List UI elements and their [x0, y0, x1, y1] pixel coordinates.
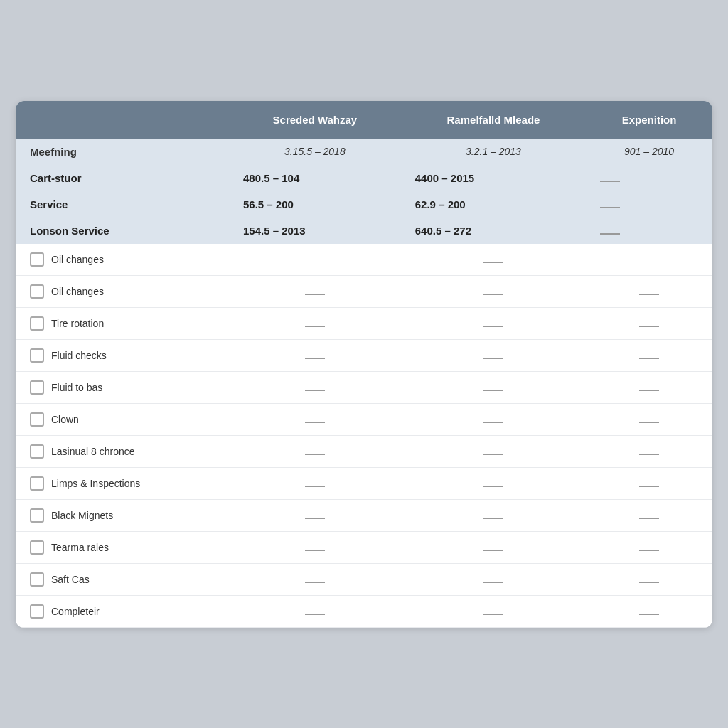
dash-icon [639, 422, 659, 423]
section-label: Lonson Service [16, 218, 229, 244]
checkbox-text: Lasinual 8 chronce [51, 446, 135, 457]
checkbox-row: Saft Cas [16, 563, 712, 595]
cell-dash [229, 403, 401, 435]
dash-icon [305, 294, 325, 295]
cell-dash [586, 307, 712, 339]
dash-icon [483, 422, 503, 423]
cell-dash [586, 467, 712, 499]
col-header-1 [16, 101, 229, 139]
cell-dash [401, 595, 586, 627]
checkbox[interactable] [30, 348, 44, 363]
checkbox[interactable] [30, 508, 44, 523]
dash-icon [639, 326, 659, 327]
checkbox-text: Completeir [51, 606, 100, 617]
section-col3: 62.9 – 200 [401, 191, 586, 218]
dash-icon [600, 181, 620, 182]
cell-dash [401, 531, 586, 563]
col-header-2: Screded Wahzay [229, 101, 401, 139]
dash-icon [639, 294, 659, 295]
checkbox[interactable] [30, 284, 44, 299]
checkbox-label-cell: Fluid checks [16, 339, 229, 371]
meefning-label: Meefning [16, 139, 229, 165]
checkbox-row: Limps & Inspections [16, 467, 712, 499]
dash-icon [639, 486, 659, 487]
checkbox-text: Tearma rales [51, 542, 109, 553]
dash-icon [305, 550, 325, 551]
dash-icon [305, 518, 325, 519]
dash-icon [305, 486, 325, 487]
cell-dash [229, 339, 401, 371]
checkbox-text: Oil changes [51, 254, 104, 265]
checkbox[interactable] [30, 380, 44, 395]
checkbox-text: Limps & Inspections [51, 478, 140, 489]
cell-dash [586, 531, 712, 563]
checkbox-row: Lasinual 8 chronce [16, 435, 712, 467]
checkbox-label-cell: Saft Cas [16, 563, 229, 595]
section-col2: 154.5 – 2013 [229, 218, 401, 244]
dash-icon [639, 358, 659, 359]
col-header-3: Ramelfalld Mleade [401, 101, 586, 139]
checkbox[interactable] [30, 572, 44, 587]
checkbox-label-cell: Tearma rales [16, 531, 229, 563]
checkbox[interactable] [30, 412, 44, 427]
dash-icon [305, 582, 325, 583]
dash-icon [639, 390, 659, 391]
checkbox-text: Clown [51, 414, 79, 425]
checkbox-row: Clown [16, 403, 712, 435]
dash-icon [639, 550, 659, 551]
cell-dash [229, 307, 401, 339]
checkbox-text: Oil changes [51, 286, 104, 297]
meefning-col4: 901 – 2010 [586, 139, 712, 165]
section-col2: 56.5 – 200 [229, 191, 401, 218]
comparison-table: Screded Wahzay Ramelfalld Mleade Expenit… [16, 101, 712, 628]
checkbox[interactable] [30, 316, 44, 331]
checkbox-label-cell: Fluid to bas [16, 371, 229, 403]
checkbox-row: Tearma rales [16, 531, 712, 563]
checkbox-label-cell: Tire rotation [16, 307, 229, 339]
checkbox-text: Tire rotation [51, 318, 104, 329]
dash-icon [305, 326, 325, 327]
checkbox-text: Fluid to bas [51, 382, 102, 393]
col-header-4: Expenition [586, 101, 712, 139]
cell-dash [401, 563, 586, 595]
checkbox-label-cell: Limps & Inspections [16, 467, 229, 499]
checkbox-row: Fluid to bas [16, 371, 712, 403]
cell-dash [229, 275, 401, 307]
cell-dash [229, 371, 401, 403]
section-row: Cart-stuor 480.5 – 104 4400 – 2015 [16, 165, 712, 191]
section-label: Service [16, 191, 229, 218]
cell-dash [229, 563, 401, 595]
dash-icon [305, 614, 325, 615]
dash-icon [483, 294, 503, 295]
dash-icon [305, 390, 325, 391]
dash-icon [639, 614, 659, 615]
cell-dash [586, 339, 712, 371]
checkbox-label-cell: Black Mignets [16, 499, 229, 531]
main-card: Screded Wahzay Ramelfalld Mleade Expenit… [16, 101, 712, 628]
cell-dash [586, 595, 712, 627]
checkbox[interactable] [30, 444, 44, 459]
checkbox-text: Black Mignets [51, 510, 113, 521]
dash-icon [639, 582, 659, 583]
cell-dash [401, 499, 586, 531]
dash-icon [483, 358, 503, 359]
meefning-col2: 3.15.5 – 2018 [229, 139, 401, 165]
section-col3: 4400 – 2015 [401, 165, 586, 191]
cell-dash [229, 467, 401, 499]
dash-icon [305, 454, 325, 455]
checkbox[interactable] [30, 252, 44, 267]
cell-empty [586, 244, 712, 276]
dash-icon [639, 518, 659, 519]
checkbox[interactable] [30, 476, 44, 491]
checkbox-row: Tire rotation [16, 307, 712, 339]
checkbox[interactable] [30, 540, 44, 555]
dash-icon [600, 207, 620, 208]
dash-icon [483, 614, 503, 615]
checkbox-label-cell: Lasinual 8 chronce [16, 435, 229, 467]
checkbox-text: Fluid checks [51, 350, 107, 361]
checkbox-label-cell: Oil changes [16, 275, 229, 307]
cell-dash [401, 339, 586, 371]
section-label: Cart-stuor [16, 165, 229, 191]
checkbox[interactable] [30, 604, 44, 619]
cell-dash [401, 435, 586, 467]
